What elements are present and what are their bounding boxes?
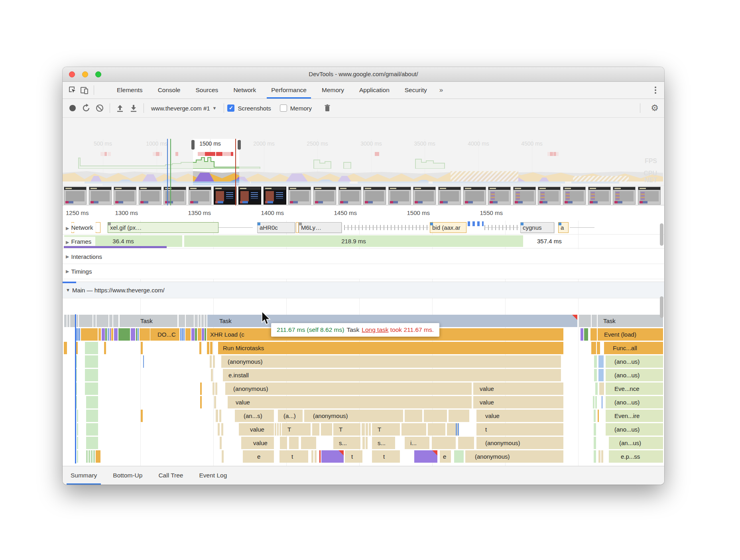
- film-thumb[interactable]: [638, 187, 661, 205]
- flame-bar-func-all[interactable]: Func...all: [604, 342, 663, 354]
- flame-bar[interactable]: [220, 437, 222, 449]
- flame-bar[interactable]: [114, 328, 118, 341]
- frame-block[interactable]: 218.9 ms: [184, 235, 524, 247]
- flame-bar[interactable]: [592, 315, 597, 327]
- flame-bar[interactable]: [138, 328, 139, 341]
- flame-bar[interactable]: [191, 328, 195, 341]
- film-thumb[interactable]: [238, 187, 261, 205]
- save-profile-icon[interactable]: [127, 102, 140, 114]
- flame-bar[interactable]: [85, 355, 98, 368]
- film-thumb[interactable]: [588, 187, 611, 205]
- flame-bar-an-s[interactable]: (an...s): [235, 410, 274, 422]
- film-thumb[interactable]: [488, 187, 511, 205]
- flame-bar[interactable]: [207, 342, 209, 354]
- flame-bar-an-us[interactable]: (an...us): [609, 437, 663, 449]
- flame-bar[interactable]: [594, 423, 596, 436]
- flame-bar[interactable]: [598, 369, 604, 381]
- film-thumb[interactable]: [114, 187, 136, 205]
- network-whisker-ticks[interactable]: [344, 225, 429, 230]
- flame-bar[interactable]: [454, 450, 464, 463]
- flame-bar[interactable]: [289, 437, 299, 449]
- network-track-label[interactable]: ▶Network: [64, 223, 97, 232]
- flame-bar[interactable]: [590, 328, 597, 341]
- flame-bar[interactable]: [312, 423, 319, 436]
- network-marker-squares[interactable]: [468, 221, 484, 226]
- flame-bar[interactable]: [321, 450, 344, 463]
- flame-bar[interactable]: [102, 328, 105, 341]
- film-thumb[interactable]: [538, 187, 561, 205]
- flame-bar[interactable]: [597, 342, 600, 354]
- flame-bar[interactable]: [81, 328, 98, 341]
- flame-bar[interactable]: [599, 383, 604, 395]
- flame-bar[interactable]: [216, 410, 218, 422]
- flame-bar-anonymous[interactable]: (anonymous): [304, 410, 403, 422]
- flame-bar[interactable]: [67, 315, 69, 327]
- flame-bar[interactable]: [200, 396, 202, 408]
- flame-bar[interactable]: [180, 328, 181, 341]
- flame-bar[interactable]: [205, 328, 206, 341]
- flame-bar[interactable]: [221, 423, 223, 436]
- flame-bar[interactable]: [362, 423, 365, 436]
- gear-icon[interactable]: ⚙: [645, 103, 664, 113]
- flame-bar[interactable]: [428, 423, 445, 436]
- screenshots-checkbox[interactable]: ✓: [227, 105, 234, 112]
- flame-bar[interactable]: [195, 315, 198, 327]
- flame-bar[interactable]: [96, 315, 108, 327]
- scrollbar-thumb[interactable]: [660, 296, 663, 318]
- tab-performance[interactable]: Performance: [264, 82, 314, 99]
- flame-bar-task[interactable]: Task: [598, 315, 663, 327]
- memory-label[interactable]: Memory: [290, 105, 312, 112]
- flame-bar[interactable]: [584, 328, 588, 341]
- flame-bar-t[interactable]: T: [333, 423, 360, 436]
- flame-bar[interactable]: [85, 383, 98, 395]
- film-thumb[interactable]: [613, 187, 636, 205]
- flame-bar-anonymous[interactable]: (anonymous): [225, 383, 472, 395]
- flame-bar[interactable]: [200, 383, 202, 395]
- flame-bar[interactable]: [109, 315, 112, 327]
- flame-bar[interactable]: [594, 450, 596, 463]
- network-track[interactable]: ▶Network xel.gif (px…aHR0cM6Ly…bid (aax.…: [63, 221, 664, 235]
- flame-bar-a[interactable]: (a...): [278, 410, 303, 422]
- flame-bar[interactable]: [179, 315, 185, 327]
- film-thumb[interactable]: [438, 187, 461, 205]
- reload-record-icon[interactable]: [79, 102, 93, 114]
- flame-bar[interactable]: [85, 369, 98, 381]
- flame-bar[interactable]: [594, 410, 596, 422]
- flame-bar[interactable]: [594, 437, 596, 449]
- film-thumb[interactable]: [363, 187, 386, 205]
- flame-bar-value[interactable]: value: [473, 383, 563, 395]
- flame-bar[interactable]: [93, 450, 95, 463]
- inspect-element-icon[interactable]: [67, 85, 79, 96]
- flame-bar[interactable]: [581, 328, 583, 341]
- flame-bar[interactable]: [598, 410, 599, 422]
- flame-bar[interactable]: [277, 423, 279, 436]
- flame-bar-e-p-ss[interactable]: e.p...ss: [609, 450, 663, 463]
- flame-bar[interactable]: [141, 342, 143, 354]
- flame-bar[interactable]: [77, 423, 78, 436]
- film-thumb[interactable]: [388, 187, 411, 205]
- flame-bar[interactable]: [199, 315, 201, 327]
- flame-bar-s[interactable]: s...: [333, 437, 360, 449]
- flame-bar[interactable]: [105, 328, 107, 341]
- flame-bar-task[interactable]: Task: [120, 315, 177, 327]
- flame-bar[interactable]: [401, 423, 426, 436]
- timeline-overview[interactable]: 500 ms1000 ms1500 ms2000 ms2500 ms3000 m…: [63, 118, 664, 186]
- flame-bar-t[interactable]: t: [279, 450, 308, 463]
- flame-bar-value[interactable]: value: [473, 396, 563, 408]
- flame-bar[interactable]: [222, 450, 224, 463]
- flame-bar[interactable]: [91, 450, 92, 463]
- flame-bar-eve-nce[interactable]: Eve...nce: [606, 383, 663, 395]
- flame-bar-ano-us[interactable]: (ano...us): [606, 369, 663, 381]
- flame-bar[interactable]: [210, 342, 213, 354]
- flame-bar[interactable]: [591, 342, 596, 354]
- flame-bar[interactable]: [183, 328, 185, 341]
- network-request[interactable]: bid (aax.ar: [430, 222, 466, 233]
- flame-bar[interactable]: [104, 342, 106, 354]
- flame-bar-do-c[interactable]: DO...C: [150, 328, 179, 341]
- flame-bar[interactable]: [213, 383, 215, 395]
- network-whisker-ticks[interactable]: [484, 225, 519, 230]
- tab-console[interactable]: Console: [150, 82, 188, 99]
- flame-bar[interactable]: [141, 410, 143, 422]
- flame-bar[interactable]: [369, 423, 371, 436]
- flame-bar[interactable]: [111, 328, 113, 341]
